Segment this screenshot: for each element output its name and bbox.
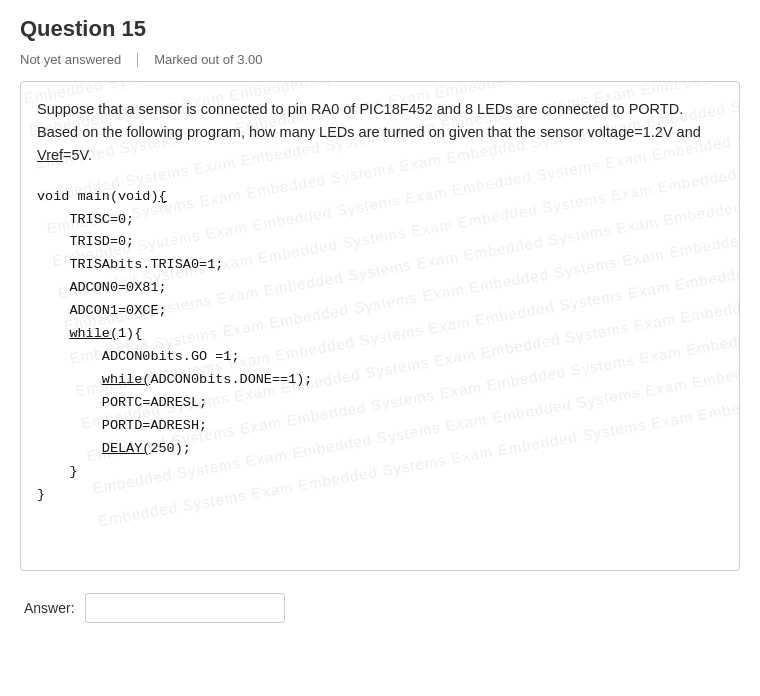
not-answered-status: Not yet answered — [20, 52, 121, 67]
question-body-text: Suppose that a sensor is connected to pi… — [37, 98, 723, 168]
code-line-13: } — [37, 461, 723, 484]
code-line-9: while(ADCON0bits.DONE==1); — [37, 369, 723, 392]
meta-divider — [137, 53, 138, 67]
code-line-12: DELAY(250); — [37, 438, 723, 461]
code-line-10: PORTC=ADRESL; — [37, 392, 723, 415]
code-line-1: void main(void){ — [37, 186, 723, 209]
code-line-4: TRISAbits.TRISA0=1; — [37, 254, 723, 277]
page-container: Question 15 Not yet answered Marked out … — [0, 0, 760, 639]
code-line-2: TRISC=0; — [37, 209, 723, 232]
answer-row: Answer: — [20, 593, 740, 623]
code-line-8: ADCON0bits.GO =1; — [37, 346, 723, 369]
code-line-11: PORTD=ADRESH; — [37, 415, 723, 438]
code-block: void main(void){ TRISC=0; TRISD=0; TRISA… — [37, 186, 723, 507]
marks-label: Marked out of 3.00 — [154, 52, 262, 67]
code-line-14: } — [37, 484, 723, 507]
answer-input[interactable] — [85, 593, 285, 623]
question-meta: Not yet answered Marked out of 3.00 — [20, 52, 740, 67]
code-line-5: ADCON0=0X81; — [37, 277, 723, 300]
code-line-6: ADCON1=0XCE; — [37, 300, 723, 323]
question-title: Question 15 — [20, 16, 740, 42]
code-line-7: while(1){ — [37, 323, 723, 346]
answer-label: Answer: — [24, 600, 75, 616]
question-box: Embedded Systems Exam Embedded Systems E… — [20, 81, 740, 571]
question-content: Suppose that a sensor is connected to pi… — [37, 98, 723, 507]
code-line-3: TRISD=0; — [37, 231, 723, 254]
